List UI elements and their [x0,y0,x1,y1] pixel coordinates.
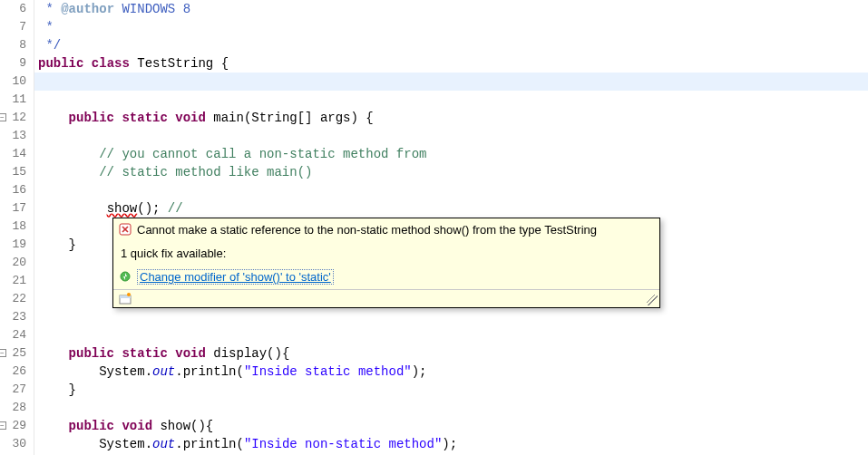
line-number: 11 [0,91,34,109]
code-line[interactable]: public class TestString { [34,54,868,73]
code-token [168,111,175,125]
code-line[interactable]: System.out.println("Inside static method… [34,363,868,381]
line-number: 7 [0,18,34,36]
code-token: main(String[] args) { [206,111,374,125]
line-number: 29− [0,417,34,435]
line-number: 19 [0,236,34,254]
code-token [83,56,91,71]
code-line[interactable]: // you cannot call a non-static method f… [34,145,868,163]
code-token: class [92,56,130,71]
code-token: .println( [175,437,244,451]
code-line[interactable]: } [34,381,868,399]
svg-point-9 [127,293,131,296]
code-line[interactable]: show(); // [34,199,868,218]
code-token: void [175,346,206,361]
line-number: 30 [0,435,34,453]
code-token: TestString { [130,56,229,71]
code-token: (); [137,201,168,216]
code-token [54,2,61,16]
code-line[interactable]: * [34,18,868,36]
line-number: 25− [0,344,34,363]
line-number: 22 [0,290,34,308]
code-token: "Inside static method" [244,364,412,379]
line-number: 13 [0,127,34,145]
error-icon [119,223,132,236]
tooltip-error-text: Cannot make a static reference to the no… [137,223,597,237]
code-token: System. [99,437,152,451]
fold-toggle-icon[interactable]: − [0,113,6,121]
code-line[interactable] [34,181,868,199]
code-token: show [107,201,138,216]
code-token: * [45,20,53,34]
code-token: "Inside non-static method" [244,437,442,451]
line-number: 8 [0,36,34,54]
code-line[interactable] [34,127,868,145]
code-line[interactable]: */ [34,36,868,54]
code-token: ); [412,364,427,379]
code-line[interactable] [34,326,868,344]
line-number: 9 [0,54,34,73]
line-number: 6 [0,0,34,18]
code-token [168,346,175,361]
code-token: } [69,237,76,252]
line-number: 12− [0,109,34,127]
code-token: WINDOWS 8 [114,2,190,16]
line-number: 14 [0,145,34,163]
code-line[interactable]: public static void display(){ [34,344,868,363]
line-number: 10 [0,73,34,91]
code-token: ); [442,437,457,451]
code-token: public [69,111,114,125]
line-number: 24 [0,326,34,344]
code-line[interactable] [34,91,868,109]
line-number: 23 [0,308,34,326]
fold-toggle-icon[interactable]: − [0,349,6,357]
code-token: out [152,437,175,451]
code-line[interactable]: * @author WINDOWS 8 [34,0,868,18]
code-line[interactable]: System.out.println("Inside non-static me… [34,435,868,453]
code-line[interactable] [34,399,868,417]
quickfix-link[interactable]: Change modifier of 'show()' to 'static' [137,269,334,285]
code-token: System. [99,364,152,379]
line-number-gutter: 6789101112−13141516171819202122232425−26… [0,0,34,455]
tooltip-quickfix-row: Change modifier of 'show()' to 'static' [113,266,659,289]
code-token: static [122,111,167,125]
line-number: 18 [0,218,34,236]
code-token: display(){ [206,346,289,361]
code-token: } [69,382,76,397]
code-line[interactable]: public static void main(String[] args) { [34,109,868,127]
line-number: 26 [0,363,34,381]
code-token: public [69,419,114,433]
footer-icon[interactable] [119,293,132,305]
quickfix-icon [119,270,132,283]
code-token: static [122,346,167,361]
resize-grip-icon[interactable] [647,295,658,305]
tooltip-fix-header: 1 quick fix available: [113,242,659,266]
line-number: 20 [0,254,34,272]
code-token: */ [45,38,61,53]
code-line[interactable]: // static method like main() [34,163,868,181]
code-token: public [38,56,83,71]
code-token: // static method like main() [99,165,312,179]
tooltip-error-row: Cannot make a static reference to the no… [113,218,659,242]
code-line[interactable] [34,73,868,91]
error-hover-tooltip: Cannot make a static reference to the no… [112,218,660,308]
code-line[interactable] [34,308,868,326]
code-token: .println( [175,364,244,379]
code-line[interactable]: public void show(){ [34,417,868,435]
line-number: 15 [0,163,34,181]
line-number: 28 [0,399,34,417]
line-number: 21 [0,272,34,290]
code-token: // you cannot call a non-static method f… [99,147,426,161]
line-number: 16 [0,181,34,199]
line-number: 17 [0,199,34,218]
code-token: public [69,346,114,361]
code-token: out [152,364,175,379]
code-token: void [175,111,206,125]
code-token: // [168,201,183,216]
code-token: @author [61,2,114,16]
fold-toggle-icon[interactable]: − [0,421,6,430]
tooltip-footer [113,289,659,307]
line-number: 27 [0,381,34,399]
code-token: show(){ [152,419,213,433]
code-token: void [122,419,152,433]
